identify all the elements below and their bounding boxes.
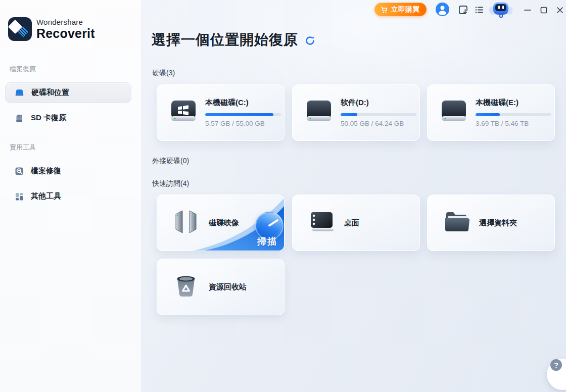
minimize-button[interactable]: [522, 4, 534, 16]
drive-size: 50.05 GB / 64.24 GB: [341, 120, 416, 127]
drive-usage-bar: [205, 113, 281, 116]
drive-card[interactable]: 软件(D:) 50.05 GB / 64.24 GB: [292, 84, 420, 141]
recoverit-logo-icon: [8, 17, 32, 41]
quick-access-card-desktop[interactable]: 桌面: [292, 194, 420, 251]
buy-now-label: 立即購買: [391, 5, 419, 14]
scan-action-label[interactable]: 掃描: [257, 235, 277, 248]
hard-drive-icon: [14, 87, 25, 98]
help-button[interactable]: ?: [550, 359, 562, 371]
download-center-icon[interactable]: [457, 4, 469, 16]
sidebar-item-label: 檔案修復: [31, 166, 61, 176]
drive-name: 本機磁碟(E:): [476, 98, 551, 108]
sidebar-item-label: SD 卡復原: [31, 113, 66, 123]
robot-assistant-icon[interactable]: [489, 1, 512, 19]
close-button[interactable]: [554, 4, 566, 16]
sd-card-icon: [14, 113, 24, 123]
desktop-icon: [307, 209, 336, 236]
drive-usage-bar: [341, 113, 416, 116]
hdd-section-label: 硬碟(3): [152, 69, 175, 78]
quick-access-section-label: 快速訪問(4): [152, 179, 189, 188]
drive-card[interactable]: 本機磁碟(E:) 3.69 TB / 5.46 TB: [427, 84, 555, 141]
sidebar: Wondershare Recoverit 檔案復原 硬碟和位置 SD 卡復原 …: [0, 0, 142, 392]
sidebar-item-other-tools[interactable]: 其他工具: [5, 186, 131, 207]
quick-access-label: 資源回收站: [209, 282, 247, 292]
drive-card[interactable]: 本機磁碟(C:) 5.57 GB / 55.00 GB: [157, 84, 285, 141]
file-repair-icon: [14, 166, 24, 176]
sidebar-item-label: 硬碟和位置: [31, 88, 69, 97]
sidebar-item-label: 其他工具: [31, 191, 61, 201]
task-list-icon[interactable]: [473, 4, 485, 16]
brand-name: Wondershare: [36, 18, 95, 26]
quick-access-card-disk-image[interactable]: 磁碟映像 掃描: [157, 194, 285, 251]
refresh-icon[interactable]: [305, 35, 315, 46]
sidebar-item-drives-locations[interactable]: 硬碟和位置: [5, 82, 131, 103]
app-window: Wondershare Recoverit 檔案復原 硬碟和位置 SD 卡復原 …: [0, 0, 566, 392]
drive-name: 软件(D:): [341, 98, 416, 108]
account-avatar[interactable]: [436, 3, 449, 16]
product-name: Recoverit: [36, 27, 95, 40]
external-section-label: 外接硬碟(0): [152, 157, 189, 166]
folder-icon: [442, 209, 470, 236]
quick-access-label: 磁碟映像: [209, 218, 239, 228]
disk-image-icon: [172, 209, 200, 236]
drive-name: 本機磁碟(C:): [205, 98, 281, 108]
page-title: 選擇一個位置開始復原: [152, 30, 298, 50]
main-content: 立即購買: [142, 0, 566, 392]
sidebar-item-file-repair[interactable]: 檔案修復: [5, 161, 131, 181]
sidebar-item-sd-card[interactable]: SD 卡復原: [5, 108, 131, 128]
sidebar-section-file-recovery: 檔案復原: [10, 65, 36, 74]
titlebar: 立即購買: [142, 0, 566, 20]
quick-access-card-choose-folder[interactable]: 選擇資料夾: [427, 194, 555, 251]
recycle-bin-icon: [172, 273, 200, 301]
windows-drive-icon: [169, 99, 198, 126]
quick-access-label: 選擇資料夾: [479, 218, 517, 228]
drive-size: 5.57 GB / 55.00 GB: [205, 120, 281, 127]
drive-usage-bar: [476, 113, 551, 116]
drive-icon: [439, 99, 468, 126]
other-tools-icon: [14, 191, 24, 202]
maximize-button[interactable]: [538, 4, 550, 16]
buy-now-button[interactable]: 立即購買: [374, 3, 427, 16]
quick-access-label: 桌面: [344, 218, 359, 228]
quick-access-card-recycle-bin[interactable]: 資源回收站: [157, 259, 285, 315]
drive-icon: [304, 99, 334, 126]
drive-size: 3.69 TB / 5.46 TB: [476, 120, 551, 127]
app-logo: Wondershare Recoverit: [8, 17, 95, 41]
cart-icon: [380, 6, 388, 14]
sidebar-section-utility-tools: 實用工具: [10, 143, 36, 152]
